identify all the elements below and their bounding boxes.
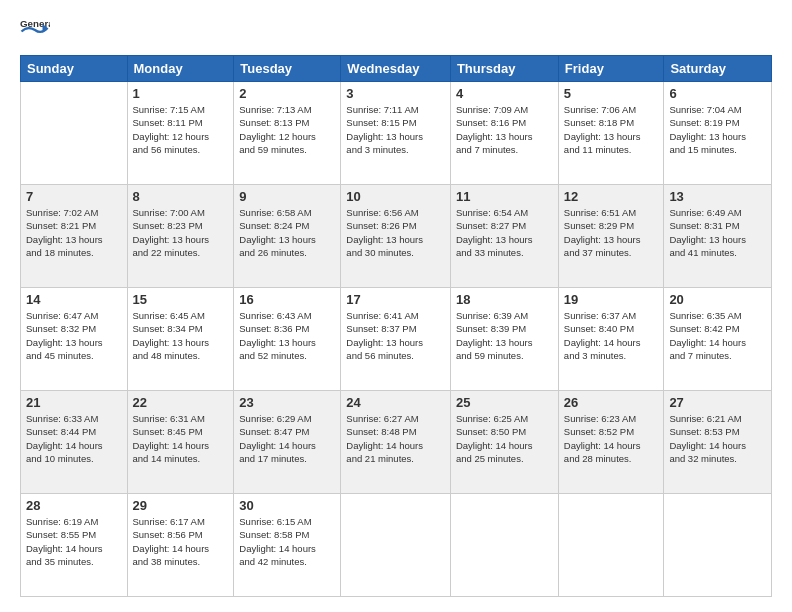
day-number: 21 [26,395,122,410]
calendar-cell: 27Sunrise: 6:21 AM Sunset: 8:53 PM Dayli… [664,391,772,494]
calendar-cell: 22Sunrise: 6:31 AM Sunset: 8:45 PM Dayli… [127,391,234,494]
day-number: 1 [133,86,229,101]
day-number: 18 [456,292,553,307]
day-info: Sunrise: 6:45 AM Sunset: 8:34 PM Dayligh… [133,309,229,362]
calendar-cell: 13Sunrise: 6:49 AM Sunset: 8:31 PM Dayli… [664,185,772,288]
calendar-cell: 21Sunrise: 6:33 AM Sunset: 8:44 PM Dayli… [21,391,128,494]
page: General SundayMondayTuesdayWednesdayThur… [0,0,792,612]
day-info: Sunrise: 6:54 AM Sunset: 8:27 PM Dayligh… [456,206,553,259]
calendar-cell: 4Sunrise: 7:09 AM Sunset: 8:16 PM Daylig… [450,82,558,185]
calendar-table: SundayMondayTuesdayWednesdayThursdayFrid… [20,55,772,597]
calendar-cell: 9Sunrise: 6:58 AM Sunset: 8:24 PM Daylig… [234,185,341,288]
logo: General [20,15,54,45]
day-number: 10 [346,189,445,204]
day-info: Sunrise: 6:49 AM Sunset: 8:31 PM Dayligh… [669,206,766,259]
day-number: 24 [346,395,445,410]
header: General [20,15,772,45]
day-number: 26 [564,395,659,410]
calendar-cell: 1Sunrise: 7:15 AM Sunset: 8:11 PM Daylig… [127,82,234,185]
col-header-friday: Friday [558,56,664,82]
calendar-cell: 14Sunrise: 6:47 AM Sunset: 8:32 PM Dayli… [21,288,128,391]
day-number: 5 [564,86,659,101]
calendar-cell [664,494,772,597]
day-info: Sunrise: 7:06 AM Sunset: 8:18 PM Dayligh… [564,103,659,156]
day-number: 22 [133,395,229,410]
calendar-cell: 10Sunrise: 6:56 AM Sunset: 8:26 PM Dayli… [341,185,451,288]
day-number: 17 [346,292,445,307]
calendar-cell [450,494,558,597]
day-number: 13 [669,189,766,204]
col-header-thursday: Thursday [450,56,558,82]
calendar-cell: 25Sunrise: 6:25 AM Sunset: 8:50 PM Dayli… [450,391,558,494]
day-info: Sunrise: 6:31 AM Sunset: 8:45 PM Dayligh… [133,412,229,465]
day-info: Sunrise: 6:25 AM Sunset: 8:50 PM Dayligh… [456,412,553,465]
day-info: Sunrise: 6:39 AM Sunset: 8:39 PM Dayligh… [456,309,553,362]
day-info: Sunrise: 7:11 AM Sunset: 8:15 PM Dayligh… [346,103,445,156]
day-number: 3 [346,86,445,101]
calendar-cell: 11Sunrise: 6:54 AM Sunset: 8:27 PM Dayli… [450,185,558,288]
day-info: Sunrise: 6:47 AM Sunset: 8:32 PM Dayligh… [26,309,122,362]
day-number: 23 [239,395,335,410]
day-number: 29 [133,498,229,513]
day-number: 25 [456,395,553,410]
day-info: Sunrise: 6:21 AM Sunset: 8:53 PM Dayligh… [669,412,766,465]
day-info: Sunrise: 7:09 AM Sunset: 8:16 PM Dayligh… [456,103,553,156]
day-info: Sunrise: 6:15 AM Sunset: 8:58 PM Dayligh… [239,515,335,568]
day-info: Sunrise: 7:15 AM Sunset: 8:11 PM Dayligh… [133,103,229,156]
week-row-2: 14Sunrise: 6:47 AM Sunset: 8:32 PM Dayli… [21,288,772,391]
day-info: Sunrise: 7:04 AM Sunset: 8:19 PM Dayligh… [669,103,766,156]
calendar-cell: 2Sunrise: 7:13 AM Sunset: 8:13 PM Daylig… [234,82,341,185]
day-number: 14 [26,292,122,307]
week-row-1: 7Sunrise: 7:02 AM Sunset: 8:21 PM Daylig… [21,185,772,288]
calendar-cell: 16Sunrise: 6:43 AM Sunset: 8:36 PM Dayli… [234,288,341,391]
calendar-cell: 30Sunrise: 6:15 AM Sunset: 8:58 PM Dayli… [234,494,341,597]
day-info: Sunrise: 6:27 AM Sunset: 8:48 PM Dayligh… [346,412,445,465]
day-info: Sunrise: 7:00 AM Sunset: 8:23 PM Dayligh… [133,206,229,259]
col-header-sunday: Sunday [21,56,128,82]
week-row-0: 1Sunrise: 7:15 AM Sunset: 8:11 PM Daylig… [21,82,772,185]
day-info: Sunrise: 6:35 AM Sunset: 8:42 PM Dayligh… [669,309,766,362]
calendar-cell: 19Sunrise: 6:37 AM Sunset: 8:40 PM Dayli… [558,288,664,391]
col-header-wednesday: Wednesday [341,56,451,82]
week-row-4: 28Sunrise: 6:19 AM Sunset: 8:55 PM Dayli… [21,494,772,597]
calendar-cell: 12Sunrise: 6:51 AM Sunset: 8:29 PM Dayli… [558,185,664,288]
calendar-cell: 24Sunrise: 6:27 AM Sunset: 8:48 PM Dayli… [341,391,451,494]
calendar-cell: 15Sunrise: 6:45 AM Sunset: 8:34 PM Dayli… [127,288,234,391]
col-header-monday: Monday [127,56,234,82]
calendar-cell: 5Sunrise: 7:06 AM Sunset: 8:18 PM Daylig… [558,82,664,185]
day-info: Sunrise: 6:33 AM Sunset: 8:44 PM Dayligh… [26,412,122,465]
calendar-cell: 28Sunrise: 6:19 AM Sunset: 8:55 PM Dayli… [21,494,128,597]
col-header-saturday: Saturday [664,56,772,82]
day-info: Sunrise: 6:51 AM Sunset: 8:29 PM Dayligh… [564,206,659,259]
day-number: 12 [564,189,659,204]
day-number: 30 [239,498,335,513]
day-info: Sunrise: 7:13 AM Sunset: 8:13 PM Dayligh… [239,103,335,156]
day-number: 9 [239,189,335,204]
day-number: 11 [456,189,553,204]
day-number: 2 [239,86,335,101]
day-number: 4 [456,86,553,101]
day-number: 8 [133,189,229,204]
day-info: Sunrise: 6:29 AM Sunset: 8:47 PM Dayligh… [239,412,335,465]
day-number: 27 [669,395,766,410]
day-number: 15 [133,292,229,307]
calendar-cell: 20Sunrise: 6:35 AM Sunset: 8:42 PM Dayli… [664,288,772,391]
week-row-3: 21Sunrise: 6:33 AM Sunset: 8:44 PM Dayli… [21,391,772,494]
day-info: Sunrise: 6:56 AM Sunset: 8:26 PM Dayligh… [346,206,445,259]
day-info: Sunrise: 6:37 AM Sunset: 8:40 PM Dayligh… [564,309,659,362]
calendar-cell [21,82,128,185]
day-number: 6 [669,86,766,101]
calendar-cell: 6Sunrise: 7:04 AM Sunset: 8:19 PM Daylig… [664,82,772,185]
calendar-cell: 26Sunrise: 6:23 AM Sunset: 8:52 PM Dayli… [558,391,664,494]
calendar-header-row: SundayMondayTuesdayWednesdayThursdayFrid… [21,56,772,82]
day-number: 7 [26,189,122,204]
day-info: Sunrise: 6:43 AM Sunset: 8:36 PM Dayligh… [239,309,335,362]
day-number: 16 [239,292,335,307]
day-info: Sunrise: 6:58 AM Sunset: 8:24 PM Dayligh… [239,206,335,259]
calendar-cell: 18Sunrise: 6:39 AM Sunset: 8:39 PM Dayli… [450,288,558,391]
calendar-cell: 23Sunrise: 6:29 AM Sunset: 8:47 PM Dayli… [234,391,341,494]
logo-icon: General [20,15,50,45]
calendar-cell: 29Sunrise: 6:17 AM Sunset: 8:56 PM Dayli… [127,494,234,597]
day-number: 28 [26,498,122,513]
calendar-cell [558,494,664,597]
